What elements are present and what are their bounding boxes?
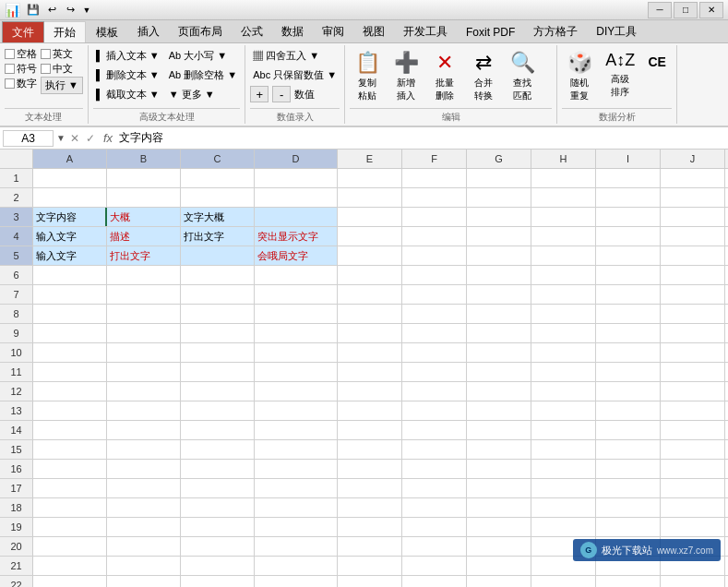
close-btn[interactable]: ✕ <box>699 2 723 18</box>
chk-chinese[interactable]: 中文 <box>41 62 83 76</box>
table-cell[interactable] <box>338 576 402 587</box>
table-cell[interactable] <box>338 363 402 381</box>
table-cell[interactable] <box>255 208 338 226</box>
table-cell[interactable] <box>661 401 725 420</box>
col-header-b[interactable]: B <box>107 150 181 168</box>
table-cell[interactable] <box>467 537 531 556</box>
table-cell[interactable] <box>467 363 531 381</box>
table-cell[interactable] <box>661 421 725 439</box>
table-cell[interactable] <box>596 479 661 497</box>
col-header-c[interactable]: C <box>181 150 255 168</box>
table-cell[interactable] <box>255 343 338 362</box>
table-cell[interactable] <box>33 401 107 420</box>
table-cell[interactable] <box>107 343 181 362</box>
table-cell[interactable] <box>338 305 402 323</box>
table-cell[interactable] <box>33 343 107 362</box>
table-cell[interactable] <box>596 188 661 207</box>
table-cell[interactable] <box>402 324 467 342</box>
col-header-j[interactable]: J <box>661 150 725 168</box>
insert-btn[interactable]: ➕ 新增插入 <box>388 47 424 106</box>
tab-insert[interactable]: 插入 <box>128 21 169 42</box>
table-cell[interactable] <box>107 382 181 401</box>
adv-sort-btn[interactable]: A↕Z 高级排序 <box>601 47 639 102</box>
table-cell[interactable] <box>181 479 255 497</box>
table-cell[interactable] <box>338 266 402 284</box>
table-cell[interactable] <box>181 518 255 536</box>
table-cell[interactable] <box>107 460 181 478</box>
table-cell[interactable] <box>531 227 596 246</box>
table-cell[interactable] <box>402 460 467 478</box>
table-cell[interactable] <box>402 363 467 381</box>
chk-space[interactable]: 空格 <box>5 47 37 61</box>
table-cell[interactable] <box>402 498 467 517</box>
table-cell[interactable] <box>467 479 531 497</box>
table-cell[interactable] <box>107 557 181 575</box>
table-cell[interactable] <box>531 479 596 497</box>
table-cell[interactable] <box>531 305 596 323</box>
table-cell[interactable] <box>402 421 467 439</box>
table-cell[interactable] <box>661 285 725 304</box>
table-cell[interactable] <box>531 208 596 226</box>
table-cell[interactable] <box>596 169 661 187</box>
table-cell[interactable] <box>531 401 596 420</box>
table-cell[interactable] <box>255 518 338 536</box>
tab-ffgz[interactable]: 方方格子 <box>524 21 587 42</box>
row-header[interactable]: 11 <box>0 363 33 381</box>
table-cell[interactable] <box>531 440 596 459</box>
table-cell[interactable] <box>596 266 661 284</box>
table-cell[interactable] <box>467 460 531 478</box>
table-cell[interactable] <box>338 227 402 246</box>
table-cell[interactable] <box>181 285 255 304</box>
col-header-i[interactable]: I <box>596 150 661 168</box>
table-cell[interactable] <box>467 498 531 517</box>
table-cell[interactable] <box>531 363 596 381</box>
clip-text-btn[interactable]: ▌ 截取文本 ▼ <box>93 86 162 103</box>
table-cell[interactable] <box>255 460 338 478</box>
table-cell[interactable] <box>661 363 725 381</box>
random-repeat-btn[interactable]: 🎲 随机重复 <box>562 47 597 106</box>
table-cell[interactable] <box>181 324 255 342</box>
table-cell[interactable] <box>107 305 181 323</box>
table-cell[interactable] <box>255 537 338 556</box>
table-cell[interactable] <box>531 576 596 587</box>
table-cell[interactable] <box>402 557 467 575</box>
table-cell[interactable] <box>255 557 338 575</box>
table-cell[interactable] <box>661 266 725 284</box>
table-cell[interactable] <box>661 227 725 246</box>
round-btn[interactable]: ▦ 四舍五入 ▼ <box>250 47 340 65</box>
table-cell[interactable] <box>107 518 181 536</box>
chk-english[interactable]: 英文 <box>41 47 83 61</box>
row-header[interactable]: 6 <box>0 266 33 284</box>
row-header[interactable]: 3 <box>0 208 33 226</box>
col-header-h[interactable]: H <box>531 150 596 168</box>
table-cell[interactable] <box>338 460 402 478</box>
table-cell[interactable] <box>467 440 531 459</box>
row-header[interactable]: 2 <box>0 188 33 207</box>
del-space-btn[interactable]: Ab 删除空格 ▼ <box>166 66 240 84</box>
formula-input[interactable] <box>119 132 725 145</box>
table-cell[interactable] <box>255 363 338 381</box>
case-btn[interactable]: Ab 大小写 ▼ <box>166 47 240 65</box>
table-cell[interactable] <box>181 188 255 207</box>
insert-text-btn[interactable]: ▌ 插入文本 ▼ <box>93 47 162 65</box>
find-match-btn[interactable]: 🔍 查找匹配 <box>505 47 540 106</box>
table-cell[interactable] <box>596 401 661 420</box>
tab-file[interactable]: 文件 <box>2 21 44 42</box>
table-cell[interactable] <box>467 343 531 362</box>
table-cell[interactable] <box>181 460 255 478</box>
table-cell[interactable]: 输入文字 <box>33 246 107 265</box>
table-cell[interactable] <box>402 208 467 226</box>
table-cell[interactable] <box>107 401 181 420</box>
table-cell[interactable] <box>338 188 402 207</box>
table-cell[interactable]: 会哦局文字 <box>255 246 338 265</box>
table-cell[interactable] <box>531 324 596 342</box>
table-cell[interactable] <box>33 266 107 284</box>
table-cell[interactable] <box>255 401 338 420</box>
table-cell[interactable] <box>255 498 338 517</box>
table-cell[interactable] <box>181 401 255 420</box>
table-cell[interactable] <box>107 479 181 497</box>
table-cell[interactable] <box>661 440 725 459</box>
table-cell[interactable] <box>467 227 531 246</box>
minimize-btn[interactable]: ─ <box>648 2 672 18</box>
redo-btn[interactable]: ↪ <box>62 2 78 18</box>
